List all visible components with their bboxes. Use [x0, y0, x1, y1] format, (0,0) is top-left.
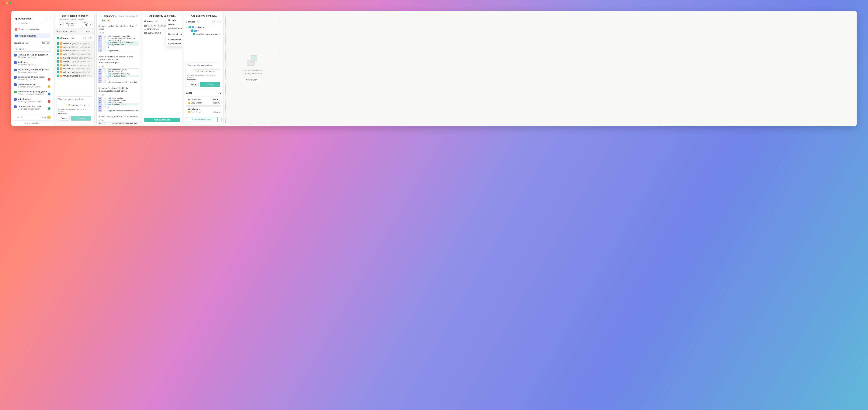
branch-item[interactable]: add gitbutler-diff core library 17 hours…	[13, 75, 51, 82]
diff-line[interactable]: 5860 pub upstream: Option, // ju	[98, 73, 139, 75]
tree-folder-ui[interactable]: ⌄ ui	[184, 29, 223, 32]
menu-create-after[interactable]: Create branch after	[166, 41, 182, 46]
home-icon[interactable]: ⌂	[13, 116, 15, 118]
checkbox[interactable]	[57, 49, 59, 52]
tree-view-button[interactable]: ⇅	[89, 36, 92, 40]
new-branch-button[interactable]: New branch +	[244, 78, 261, 82]
drag-handle-icon[interactable]: ⋮⋮	[98, 15, 103, 17]
diff-line[interactable]: 5658 pub ownership: Option,	[98, 69, 139, 71]
file-row[interactable]: calculate_deltas_handler.rs gitbutl…	[55, 70, 94, 74]
checkbox[interactable]	[57, 64, 59, 66]
tree-folder-packages[interactable]: ⌄ packages	[184, 26, 223, 29]
checkbox[interactable]	[193, 33, 195, 35]
file-row[interactable]: virtual.rs gitbutler-app/src/virtual…	[55, 67, 94, 70]
cancel-button[interactable]: Cancel	[187, 82, 198, 87]
checkbox[interactable]	[57, 60, 59, 63]
mail-icon[interactable]: ✉	[17, 116, 19, 118]
kebab-icon[interactable]: ⋯	[178, 14, 180, 17]
generate-dropdown-button[interactable]: ⌄	[87, 103, 91, 107]
diff-line[interactable]: 6872 impl TryFrom<&crate::reader::Reader…	[98, 110, 139, 112]
create-pr-dropdown[interactable]: ⌄	[217, 117, 221, 122]
view-pr-button[interactable]: View PR ⇅	[82, 22, 92, 27]
kebab-icon[interactable]: ⋯	[219, 14, 221, 17]
file-row[interactable]: virtual_branches.rs gitbutler-app/…	[55, 74, 94, 77]
checkbox[interactable]	[57, 67, 59, 70]
diff-line[interactable]: 4547 impl Branch {	[98, 50, 139, 52]
commit-button[interactable]: Commit	[71, 116, 91, 121]
diff-line[interactable]: 69 pub is_default: Option,	[98, 103, 139, 105]
diff-line[interactable]: 8286 "meta/created_timestamp_ms"	[98, 123, 139, 124]
commit-message-input[interactable]	[187, 64, 220, 68]
diff-line[interactable]: 4040 pub ownership: Ownership,	[98, 35, 139, 37]
file-row[interactable]: writer.rs gitbutler-app/src/virtual_…	[55, 45, 94, 49]
project-selector[interactable]: gitbutler-client ⌃⌄	[13, 16, 51, 21]
diff-line[interactable]: 4345 }	[98, 45, 139, 47]
undo-button[interactable]: Undo ↶	[211, 98, 220, 101]
learn-more-link[interactable]: Learn more	[187, 78, 196, 81]
branch-item[interactable]: virtual-branch 7 days ago by Pavel Lapte…	[13, 97, 51, 104]
commit-button[interactable]: Commit	[200, 82, 220, 87]
cancel-button[interactable]: Cancel	[58, 116, 70, 121]
learn-more-link[interactable]: Learn more	[58, 112, 67, 114]
file-row[interactable]: branch.rs gitbutler-app/src/virtual…	[55, 60, 94, 63]
create-pr-button[interactable]: Create Pull Request	[186, 117, 217, 122]
restart-notice[interactable]: restart to update	[11, 121, 53, 126]
file-row[interactable]: reader.rs gitbutler-app/src/virtual…	[55, 49, 94, 52]
view-remote-button[interactable]: View remote branch ↗	[63, 22, 81, 27]
diff-line[interactable]: 6366 pub name: Option,	[98, 97, 139, 99]
commit-changes-button[interactable]: Commit changes	[144, 118, 180, 122]
diff-line[interactable]: 6568 pub order: Option,	[98, 101, 139, 103]
kebab-icon[interactable]: ⋯	[90, 14, 92, 17]
commit-card[interactable]: add runner file Undo ↶ Scott Chacon just…	[186, 97, 221, 106]
diff-line[interactable]: 5759 pub order: Option,	[98, 71, 139, 73]
tree-view-button[interactable]: ⇅	[217, 20, 221, 24]
close-icon[interactable]: ✕	[136, 14, 138, 18]
checkbox[interactable]	[57, 71, 59, 73]
branch-item[interactable]: Arch notes 17 minutes ago by you	[13, 60, 51, 67]
checkbox[interactable]	[57, 46, 59, 48]
commit-message-input[interactable]	[58, 98, 91, 101]
list-view-button[interactable]: ≡	[212, 20, 216, 24]
checkbox[interactable]	[57, 75, 59, 77]
branch-search[interactable]: 🔍	[13, 47, 51, 52]
list-view-button[interactable]: ≡	[83, 36, 87, 40]
diff-line[interactable]: 6771	[98, 107, 139, 110]
commit-card[interactable]: add gitignore Scott Chacon just now	[186, 106, 221, 115]
diff-line[interactable]: 6164 #[derive(Debug, Serialize, Deserial…	[98, 81, 139, 83]
diff-line[interactable]: 6063	[98, 79, 139, 81]
checkbox[interactable]	[191, 30, 193, 32]
diff-line[interactable]: 44 pub is_default: bool,	[98, 43, 139, 45]
branch-item[interactable]: refactor-data-dir-module 8 days ago by J…	[13, 104, 51, 112]
menu-create-before[interactable]: Create branch before	[166, 37, 182, 41]
checkbox[interactable]	[57, 53, 59, 55]
diff-line[interactable]: 6670 }	[98, 105, 139, 107]
view-upstream-button[interactable]: View	[84, 30, 92, 33]
checkbox[interactable]	[57, 57, 59, 59]
select-all-checkbox[interactable]	[57, 37, 59, 39]
filter-button[interactable]: Filter ⚙	[41, 41, 51, 45]
tree-file-env[interactable]: .env.development.local	[184, 32, 223, 36]
menu-generate-name[interactable]: Generate branch name	[166, 27, 182, 31]
file-row[interactable]: base.rs gitbutler-app/src/virtual_b…	[55, 56, 94, 60]
local-section-header[interactable]: Local ⌄	[184, 90, 223, 96]
diff-line[interactable]: 5962 }	[98, 77, 139, 79]
menu-delete[interactable]: Delete	[166, 22, 182, 27]
file-row[interactable]: writer.rs gitbutler-app/src/virtual_…	[55, 52, 94, 56]
checkbox[interactable]	[189, 26, 191, 28]
diff-line[interactable]: 4141 // order is the number by which UI	[98, 37, 139, 39]
generate-message-button[interactable]: ✨ Generate message	[193, 69, 216, 73]
generate-message-button[interactable]: ✨ Generate message	[64, 103, 87, 107]
file-row[interactable]: iterator.rs gitbutler-app/src/virtual…	[55, 63, 94, 67]
branch-item[interactable]: Remove git repo url duplication 17 minut…	[13, 53, 51, 60]
drag-handle-icon[interactable]: ⋮⋮	[144, 15, 149, 17]
gear-icon[interactable]: ⚙	[21, 116, 23, 118]
trunk-row[interactable]: Trunk ↻ 7 minutes ago	[13, 27, 51, 32]
menu-set-name[interactable]: Set branch name	[166, 32, 182, 36]
file-row[interactable]: reader.rs gitbutler-app/src/virtual…	[55, 41, 94, 45]
diff-line[interactable]: 4242 pub order: usize,	[98, 39, 139, 41]
checkbox[interactable]	[57, 42, 59, 44]
diff-line[interactable]: 6467 pub ownership: Option,	[98, 99, 139, 101]
applied-branches-row[interactable]: Applied branches	[13, 33, 51, 38]
branch-item[interactable]: Try to debug merging edge case 17 minute…	[13, 67, 51, 75]
user-menu[interactable]: Scott	[41, 116, 51, 119]
